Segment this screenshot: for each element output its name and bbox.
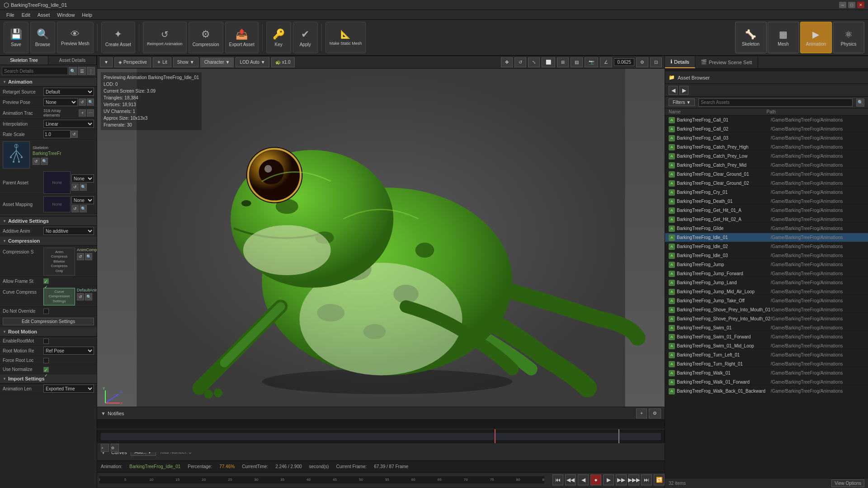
list-item[interactable]: A BarkingTreeFrog_Call_03 /Game/BarkingT… (665, 134, 868, 143)
parent-asset-browse-btn[interactable]: ↺ (71, 183, 79, 191)
animation-section-header[interactable]: Animation (0, 77, 97, 87)
rate-scale-reset-btn[interactable]: ↺ (71, 131, 78, 138)
details-search-button[interactable]: 🔍 (69, 67, 77, 75)
parent-asset-search-btn[interactable]: 🔍 (80, 183, 87, 191)
create-asset-button[interactable]: ✦ Create Asset (101, 22, 135, 53)
speed-btn[interactable]: 🐢 x1.0 (271, 57, 295, 67)
grid-btn[interactable]: ⊞ (557, 57, 569, 67)
list-item[interactable]: A BarkingTreeFrog_Shove_Prey_Into_Mouth_… (665, 305, 868, 314)
list-item[interactable]: A BarkingTreeFrog_Idle_03 /Game/BarkingT… (665, 251, 868, 260)
timeline[interactable]: + ⚙ (97, 420, 665, 443)
list-item[interactable]: A BarkingTreeFrog_Get_Hit_02_A /Game/Bar… (665, 215, 868, 224)
export-asset-button[interactable]: 📤 Export Asset (225, 22, 259, 53)
list-item[interactable]: A BarkingTreeFrog_Shove_Prey_Into_Mouth_… (665, 314, 868, 324)
viewport-dropdown-btn[interactable]: ▼ (100, 57, 113, 67)
tab-asset-details[interactable]: Asset Details (48, 56, 97, 65)
animation-track-expand-btn[interactable]: + (79, 109, 86, 117)
scale-btn[interactable]: ⤡ (528, 57, 540, 67)
skeleton-search-btn[interactable]: 🔍 (41, 158, 48, 165)
list-item[interactable]: A BarkingTreeFrog_Clear_Ground_02 /Game/… (665, 179, 868, 188)
list-item[interactable]: A BarkingTreeFrog_Swim_01 /Game/BarkingT… (665, 324, 868, 333)
compression-button[interactable]: ⚙ Compression (189, 22, 223, 53)
maximize-viewport-btn[interactable]: ⊡ (650, 57, 662, 67)
play-btn[interactable]: ▶ (603, 474, 614, 485)
menu-file[interactable]: File (3, 11, 18, 19)
list-item[interactable]: A BarkingTreeFrog_Swim_01_Mid_Loop /Game… (665, 342, 868, 351)
viewport-options-btn[interactable]: ⚙ (636, 57, 648, 67)
timeline-track[interactable] (97, 429, 665, 443)
skip-start-btn[interactable]: ⏮ (552, 474, 563, 485)
lit-btn[interactable]: ☀ Lit (153, 57, 171, 67)
menu-edit[interactable]: Edit (18, 11, 34, 19)
record-btn[interactable]: ● (590, 474, 601, 485)
force-root-loc-checkbox[interactable] (43, 358, 49, 363)
list-item[interactable]: A BarkingTreeFrog_Death_01 /Game/Barking… (665, 197, 868, 206)
details-search-input[interactable] (2, 67, 68, 75)
list-item[interactable]: A BarkingTreeFrog_Call_02 /Game/BarkingT… (665, 125, 868, 134)
tab-skeleton-tree[interactable]: Skeleton Tree (0, 56, 48, 65)
list-item[interactable]: A BarkingTreeFrog_Glide /Game/BarkingTre… (665, 224, 868, 233)
save-button[interactable]: 💾 Save (4, 22, 28, 53)
interpolation-dropdown[interactable]: Linear (43, 120, 94, 128)
next-frame-btn[interactable]: ▶▶▶ (628, 474, 639, 485)
list-item[interactable]: A BarkingTreeFrog_Walk_01_Forward /Game/… (665, 378, 868, 387)
ab-filters-btn[interactable]: Filters ▼ (669, 99, 695, 106)
asset-mapping-browse-btn[interactable]: ↺ (71, 205, 79, 212)
tab-details[interactable]: ℹ Details (665, 56, 695, 68)
browse-button[interactable]: 🔍 Browse (30, 22, 55, 53)
root-motion-r-dropdown[interactable]: Ref Pose (43, 347, 94, 355)
details-filter-button[interactable]: ☰ (78, 67, 86, 75)
step-fwd-btn[interactable]: ▶▶ (616, 474, 627, 485)
list-item[interactable]: A BarkingTreeFrog_Call_01 /Game/BarkingT… (665, 116, 868, 125)
list-item[interactable]: A BarkingTreeFrog_Walk_Back_01_Backward … (665, 387, 868, 396)
animation-track-options-btn[interactable]: ⋯ (87, 109, 94, 117)
skeleton-mode-btn[interactable]: 🦴 Skeleton (735, 22, 767, 53)
curve-compress-search-btn[interactable]: 🔍 (85, 293, 92, 300)
angle-btn[interactable]: ∠ (600, 57, 612, 67)
character-btn[interactable]: Character ▼ (200, 57, 234, 67)
preview-pose-dropdown[interactable]: None (43, 98, 78, 106)
prev-frame-btn[interactable]: ◀◀ (565, 474, 576, 485)
list-item[interactable]: A BarkingTreeFrog_Swim_01_Forward /Game/… (665, 333, 868, 342)
preview-pose-search-btn[interactable]: 🔍 (87, 99, 94, 106)
list-item[interactable]: A BarkingTreeFrog_Turn_Left_01 /Game/Bar… (665, 351, 868, 360)
skeleton-browse-btn[interactable]: ↺ (33, 158, 40, 165)
preview-pose-browse-btn[interactable]: ↺ (79, 99, 86, 106)
bounds-btn[interactable]: ⬜ (542, 57, 555, 67)
compression-section-header[interactable]: Compression (0, 236, 97, 246)
parent-asset-dropdown[interactable]: None (71, 174, 94, 183)
close-btn[interactable]: ✕ (857, 2, 864, 8)
ab-search-button[interactable]: 🔍 (856, 99, 864, 107)
timeline-scrubber[interactable]: 0510152025303540455055606570758085 (99, 476, 544, 483)
list-item[interactable]: A BarkingTreeFrog_Jump_Mid_Air_Loop /Gam… (665, 287, 868, 296)
apply-button[interactable]: ✔ Apply (293, 22, 318, 53)
list-item[interactable]: A BarkingTreeFrog_Jump_Take_Off /Game/Ba… (665, 296, 868, 305)
use-normalize-checkbox[interactable]: ✓ (43, 367, 49, 372)
allow-frame-st-checkbox[interactable]: ✓ (43, 278, 49, 284)
do-not-override-checkbox[interactable] (43, 309, 49, 314)
loop-btn[interactable]: 🔁 (654, 474, 665, 485)
additive-settings-header[interactable]: Additive Settings (0, 216, 97, 226)
asset-mapping-dropdown[interactable]: None (71, 196, 94, 204)
list-item[interactable]: A BarkingTreeFrog_Catch_Prey_High /Game/… (665, 143, 868, 152)
ab-forward-btn[interactable]: ▶ (679, 86, 689, 95)
physics-mode-btn[interactable]: ⚛ Physics (833, 22, 864, 53)
ab-col-name[interactable]: Name (669, 109, 767, 114)
list-item[interactable]: A BarkingTreeFrog_Turn_Right_01 /Game/Ba… (665, 360, 868, 369)
list-item[interactable]: A BarkingTreeFrog_Idle_02 /Game/BarkingT… (665, 242, 868, 251)
snap-btn[interactable]: ▤ (571, 57, 583, 67)
lod-btn[interactable]: LOD Auto ▼ (236, 57, 269, 67)
ab-view-options-btn[interactable]: View Options (831, 479, 864, 487)
list-item[interactable]: A BarkingTreeFrog_Cry_01 /Game/BarkingTr… (665, 188, 868, 197)
list-item[interactable]: A BarkingTreeFrog_Jump_Land /Game/Barkin… (665, 278, 868, 287)
notifies-add-btn[interactable]: + (636, 408, 647, 418)
animation-len-dropdown[interactable]: Exported Time (43, 385, 94, 393)
retarget-source-dropdown[interactable]: Default (43, 88, 94, 96)
list-item[interactable]: A BarkingTreeFrog_Clear_Ground_01 /Game/… (665, 170, 868, 179)
timeline-options-btn[interactable]: ⚙ (111, 444, 119, 452)
anim-compress-search-btn[interactable]: 🔍 (85, 253, 92, 260)
ab-back-btn[interactable]: ◀ (669, 86, 678, 95)
curve-compress-browse-btn[interactable]: ↺ (77, 293, 84, 300)
ab-search-input[interactable] (698, 99, 853, 107)
mesh-mode-btn[interactable]: ▦ Mesh (768, 22, 799, 53)
